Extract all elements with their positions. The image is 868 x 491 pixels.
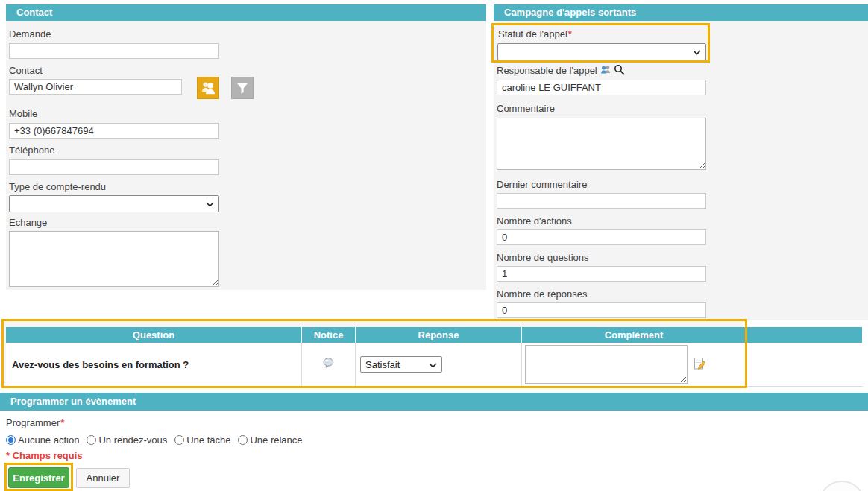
mobile-label: Mobile xyxy=(9,108,37,120)
commentaire-textarea[interactable] xyxy=(497,118,706,170)
dernier-commentaire-input[interactable] xyxy=(497,193,706,209)
radio-icon[interactable] xyxy=(174,435,184,445)
contact-label: Contact xyxy=(9,65,43,77)
demande-input[interactable] xyxy=(9,43,219,59)
speech-bubble-icon[interactable] xyxy=(323,358,335,371)
required-fields-note: * Champs requis xyxy=(6,450,83,461)
empty-cell xyxy=(746,343,862,386)
demande-label: Demande xyxy=(9,28,51,40)
programmer-radio-group: Aucune action Un rendez-vous Une tâche U… xyxy=(6,434,303,446)
type-compte-rendu-select[interactable] xyxy=(9,195,219,212)
echange-label: Echange xyxy=(9,217,47,229)
header-reponse: Réponse xyxy=(356,327,522,343)
nombre-questions-label: Nombre de questions xyxy=(497,252,589,264)
chevron-down-icon xyxy=(206,198,214,209)
telephone-input[interactable] xyxy=(9,159,219,175)
telephone-label: Téléphone xyxy=(9,145,54,156)
campagne-panel-title: Campagne d'appels sortants xyxy=(494,4,868,21)
edit-note-icon[interactable] xyxy=(694,357,707,373)
header-empty xyxy=(746,327,862,343)
question-row: Avez-vous des besoins en formation ? Sat… xyxy=(6,343,863,387)
reponse-cell: Satisfait xyxy=(356,343,522,386)
question-cell: Avez-vous des besoins en formation ? xyxy=(6,343,302,386)
complement-textarea[interactable] xyxy=(525,345,688,384)
statut-select[interactable] xyxy=(497,43,706,60)
type-compte-rendu-label: Type de compte-rendu xyxy=(9,181,106,193)
people-icon[interactable] xyxy=(600,64,611,77)
question-text: Avez-vous des besoins en formation ? xyxy=(6,359,189,370)
save-button[interactable]: Enregistrer xyxy=(8,467,69,488)
header-complement: Complément xyxy=(522,327,746,343)
radio-un-rendez-vous[interactable]: Un rendez-vous xyxy=(87,434,167,446)
nombre-actions-label: Nombre d'actions xyxy=(497,215,572,227)
questions-table-header: Question Notice Réponse Complément xyxy=(6,327,863,343)
radio-icon[interactable] xyxy=(238,435,248,445)
reponse-value: Satisfait xyxy=(365,359,400,370)
reponse-select[interactable]: Satisfait xyxy=(360,356,442,373)
required-asterisk: * xyxy=(568,28,572,39)
nombre-reponses-label: Nombre de réponses xyxy=(497,288,587,300)
floating-button-partial[interactable] xyxy=(819,481,865,491)
responsable-label-row: Responsable de l'appel xyxy=(497,65,625,77)
statut-label: Statut de l'appel* xyxy=(498,28,572,40)
radio-selected-icon[interactable] xyxy=(6,435,16,445)
search-icon[interactable] xyxy=(614,64,625,78)
contact-input[interactable] xyxy=(9,79,182,95)
header-question: Question xyxy=(6,327,302,343)
event-section-title: Programmer un évènement xyxy=(0,393,868,411)
complement-cell xyxy=(522,343,746,386)
header-notice: Notice xyxy=(302,327,356,343)
people-icon[interactable] xyxy=(197,77,219,99)
nombre-questions-input[interactable] xyxy=(497,266,706,282)
nombre-reponses-input[interactable] xyxy=(497,302,706,318)
chevron-down-icon xyxy=(693,46,701,57)
chevron-down-icon xyxy=(429,359,437,370)
cancel-button[interactable]: Annuler xyxy=(76,468,130,488)
contact-panel-title: Contact xyxy=(6,4,486,21)
filter-icon[interactable] xyxy=(231,77,254,99)
radio-icon[interactable] xyxy=(87,435,96,445)
required-asterisk: * xyxy=(60,417,64,428)
dernier-commentaire-label: Dernier commentaire xyxy=(497,179,587,191)
mobile-input[interactable] xyxy=(9,123,219,139)
notice-cell xyxy=(302,343,356,386)
commentaire-label: Commentaire xyxy=(497,103,555,115)
radio-une-tache[interactable]: Une tâche xyxy=(174,434,230,446)
responsable-label: Responsable de l'appel xyxy=(497,65,597,77)
nombre-actions-input[interactable] xyxy=(497,229,706,245)
programmer-label: Programmer* xyxy=(6,417,64,429)
outbound-call-form: Contact Demande Contact Mobile Téléphone… xyxy=(0,0,868,491)
radio-aucune-action[interactable]: Aucune action xyxy=(6,434,79,446)
radio-une-relance[interactable]: Une relance xyxy=(238,434,302,446)
responsable-input[interactable] xyxy=(497,80,706,95)
echange-textarea[interactable] xyxy=(9,231,219,287)
